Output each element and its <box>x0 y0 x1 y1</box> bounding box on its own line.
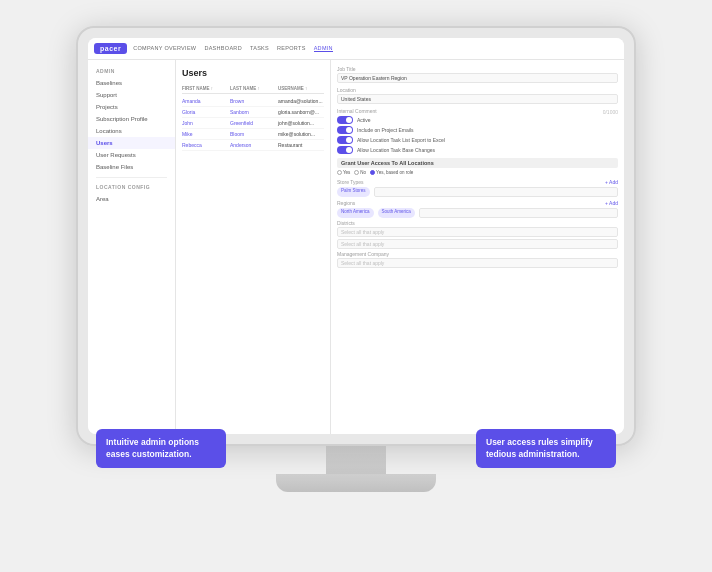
regions-label: Regions <box>337 200 355 206</box>
monitor-body: pacer COMPANY OVERVIEW DASHBOARD TASKS R… <box>76 26 636 446</box>
districts-label: Districts <box>337 220 618 226</box>
sidebar-divider <box>96 177 167 178</box>
toggle-active-switch[interactable] <box>337 116 353 124</box>
store-type-select[interactable] <box>374 187 618 197</box>
logo-area: pacer <box>94 43 127 54</box>
toggle-active-label: Active <box>357 117 371 123</box>
toggle-excel-label: Allow Location Task List Export to Excel <box>357 137 445 143</box>
nav-items: COMPANY OVERVIEW DASHBOARD TASKS REPORTS… <box>133 45 333 52</box>
user-username-2: gloria.sanborn@... <box>278 109 324 115</box>
col-firstname: FIRST NAME ↑ <box>182 86 228 91</box>
user-username-5: Restaurant <box>278 142 324 148</box>
store-type-tags: Palm Stores <box>337 187 618 197</box>
sidebar-item-baselines[interactable]: Baselines <box>88 77 175 89</box>
toggle-emails-label: Include on Project Emails <box>357 127 413 133</box>
job-title-label: Job Title <box>337 66 618 72</box>
toggle-excel-switch[interactable] <box>337 136 353 144</box>
col-username: USERNAME ↑ <box>278 86 324 91</box>
radio-yes-dot[interactable] <box>337 170 342 175</box>
toggle-emails-switch[interactable] <box>337 126 353 134</box>
sidebar-item-user-requests[interactable]: User Requests <box>88 149 175 161</box>
detail-panel: Job Title VP Operation Eastern Region Lo… <box>331 60 624 434</box>
toggle-task-switch[interactable] <box>337 146 353 154</box>
table-row[interactable]: Mike Bloom mike@solution... <box>182 129 324 140</box>
app-header: pacer COMPANY OVERVIEW DASHBOARD TASKS R… <box>88 38 624 60</box>
monitor-wrapper: Intuitive admin options eases customizat… <box>66 26 646 546</box>
user-firstname-5: Rebecca <box>182 142 228 148</box>
user-firstname-1: Amanda <box>182 98 228 104</box>
job-title-row: Job Title VP Operation Eastern Region <box>337 66 618 83</box>
location-input[interactable]: United States <box>337 94 618 104</box>
radio-role-label: Yes, based on role <box>376 170 413 175</box>
sidebar-item-subscription[interactable]: Subscription Profile <box>88 113 175 125</box>
users-title: Users <box>182 68 324 78</box>
radio-role[interactable]: Yes, based on role <box>370 170 413 175</box>
nav-dashboard[interactable]: DASHBOARD <box>204 45 242 52</box>
nav-reports[interactable]: REPORTS <box>277 45 306 52</box>
sidebar-item-area[interactable]: Area <box>88 193 175 205</box>
region-tags: North America South America <box>337 208 618 218</box>
radio-no-dot[interactable] <box>354 170 359 175</box>
toggle-project-emails[interactable]: Include on Project Emails <box>337 126 618 134</box>
user-username-4: mike@solution... <box>278 131 324 137</box>
radio-group: Yes No Yes, based on role <box>337 170 618 175</box>
sidebar: ADMIN Baselines Support Projects Subscri… <box>88 60 176 434</box>
add-region-btn[interactable]: + Add <box>605 199 618 207</box>
radio-yes-label: Yes <box>343 170 350 175</box>
table-row[interactable]: John Greenfield john@solution... <box>182 118 324 129</box>
toggle-export-excel[interactable]: Allow Location Task List Export to Excel <box>337 136 618 144</box>
logo-text: pacer <box>100 45 121 52</box>
user-lastname-3: Greenfield <box>230 120 276 126</box>
callout-left: Intuitive admin options eases customizat… <box>96 429 226 468</box>
store-types-label: Store Types <box>337 179 364 185</box>
sidebar-item-users[interactable]: Users <box>88 137 175 149</box>
sidebar-section-location: LOCATION CONFIG <box>88 182 175 193</box>
radio-yes[interactable]: Yes <box>337 170 350 175</box>
districts-select[interactable]: Select all that apply <box>337 227 618 237</box>
radio-no[interactable]: No <box>354 170 366 175</box>
job-title-input[interactable]: VP Operation Eastern Region <box>337 73 618 83</box>
user-firstname-4: Mike <box>182 131 228 137</box>
users-panel: Users FIRST NAME ↑ LAST NAME ↑ USERNAME … <box>176 60 331 434</box>
user-firstname-2: Gloria <box>182 109 228 115</box>
toggle-task-changes[interactable]: Allow Location Task Base Changes <box>337 146 618 154</box>
user-lastname-4: Bloom <box>230 131 276 137</box>
sidebar-item-support[interactable]: Support <box>88 89 175 101</box>
mgmt-company-select[interactable]: Select all that apply <box>337 258 618 268</box>
sidebar-item-projects[interactable]: Projects <box>88 101 175 113</box>
char-counter: 0/1000 <box>603 109 618 115</box>
nav-company[interactable]: COMPANY OVERVIEW <box>133 45 196 52</box>
table-header: FIRST NAME ↑ LAST NAME ↑ USERNAME ↑ <box>182 84 324 94</box>
monitor-neck <box>326 446 386 474</box>
screen: pacer COMPANY OVERVIEW DASHBOARD TASKS R… <box>88 38 624 434</box>
table-row[interactable]: Amanda Brown amanda@solution... <box>182 96 324 107</box>
grant-access-header: Grant User Access To All Locations <box>337 158 618 168</box>
nav-tasks[interactable]: TASKS <box>250 45 269 52</box>
location-row: Location United States <box>337 87 618 104</box>
tag-palm-stores: Palm Stores <box>337 187 370 197</box>
toggle-active[interactable]: Active <box>337 116 618 124</box>
region-select[interactable] <box>419 208 618 218</box>
sidebar-section-admin: ADMIN <box>88 66 175 77</box>
user-username-3: john@solution... <box>278 120 324 126</box>
col-lastname: LAST NAME ↑ <box>230 86 276 91</box>
user-lastname-1: Brown <box>230 98 276 104</box>
toggle-task-label: Allow Location Task Base Changes <box>357 147 435 153</box>
table-row[interactable]: Gloria Sanborn gloria.sanborn@... <box>182 107 324 118</box>
location-label: Location <box>337 87 618 93</box>
radio-no-label: No <box>360 170 366 175</box>
user-firstname-3: John <box>182 120 228 126</box>
tag-south-america: South America <box>378 208 415 218</box>
locations-select[interactable]: Select all that apply <box>337 239 618 249</box>
table-row[interactable]: Rebecca Anderson Restaurant <box>182 140 324 151</box>
callout-right: User access rules simplify tedious admin… <box>476 429 616 468</box>
main-panel: Users FIRST NAME ↑ LAST NAME ↑ USERNAME … <box>176 60 624 434</box>
mgmt-company-label: Management Company <box>337 251 618 257</box>
user-username-1: amanda@solution... <box>278 98 324 104</box>
user-lastname-2: Sanborn <box>230 109 276 115</box>
sidebar-item-locations[interactable]: Locations <box>88 125 175 137</box>
nav-admin[interactable]: ADMIN <box>314 45 333 52</box>
add-store-type-btn[interactable]: + Add <box>605 178 618 186</box>
sidebar-item-baseline-files[interactable]: Baseline Files <box>88 161 175 173</box>
radio-role-dot[interactable] <box>370 170 375 175</box>
